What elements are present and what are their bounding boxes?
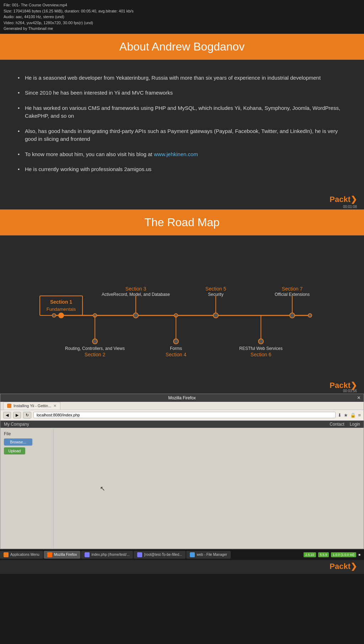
slide-about: About Andrew Bogdanov He is a seasoned w… — [0, 34, 364, 209]
svg-point-21 — [308, 314, 312, 317]
firefox-content: File Browse... Upload ↖ — [0, 428, 364, 549]
bullet-item-2: Since 2010 he has been interested in Yii… — [18, 85, 346, 101]
svg-point-27 — [173, 339, 178, 344]
menu-contact[interactable]: Contact — [330, 422, 344, 427]
toolbar-icon-1: ⬇ — [338, 413, 342, 418]
bullet-item-1: He is a seasoned web developer from Yeka… — [18, 70, 346, 86]
svg-text:Official Extensions: Official Extensions — [275, 292, 310, 297]
time-badge-3: 1.0.0 (1.0.0 4d) — [331, 552, 356, 557]
php-icon-2 — [137, 552, 142, 557]
firefox-tabs: Installing Yii - Gettin... ✕ — [0, 402, 364, 410]
bullet-list: He is a seasoned web developer from Yeka… — [18, 70, 346, 177]
blog-link[interactable]: www.jehkinen.com — [154, 151, 198, 157]
packt-logo-slide2: Packt❯ 00:03:56 — [0, 379, 364, 394]
svg-point-20 — [290, 313, 295, 318]
tab-label: Installing Yii - Gettin... — [14, 404, 51, 408]
svg-point-5 — [59, 313, 64, 318]
blog-prefix: To know more about him, you can also vis… — [25, 151, 154, 157]
file-info-line4: Video: h264, yuv420p, 1280x720, 30.00 fp… — [4, 20, 360, 26]
firefox-menubar: My Company Contact Login — [0, 421, 364, 428]
close-button[interactable]: ✕ — [357, 395, 361, 400]
firefox-window: Mozilla Firefox ✕ Installing Yii - Getti… — [0, 394, 364, 549]
bullet-item-3: He has worked on various CMS and framewo… — [18, 101, 346, 124]
packt-brand-1: Packt❯ — [330, 195, 357, 204]
toolbar-icon-2: ★ — [344, 413, 348, 418]
svg-text:Section 1: Section 1 — [50, 299, 72, 305]
bullet-item-5: To know more about him, you can also vis… — [18, 147, 346, 162]
svg-point-10 — [133, 313, 138, 318]
svg-text:Security: Security — [208, 292, 223, 297]
bottom-packt-area: Packt❯ — [0, 560, 364, 574]
taskbar-apps-menu[interactable]: Applications Menu — [0, 551, 43, 559]
packt-brand-2: Packt❯ — [330, 381, 357, 390]
taskbar-firefox[interactable]: Mozilla Firefox — [44, 551, 80, 559]
taskbar-root-label: [root@test-To-be-filled... — [144, 553, 182, 557]
packt-brand-bottom: Packt❯ — [330, 562, 357, 571]
menu-company[interactable]: My Company — [4, 422, 29, 427]
forward-button[interactable]: ▶ — [13, 412, 21, 419]
svg-text:Section 4: Section 4 — [166, 352, 187, 357]
toolbar-icon-4: ≡ — [358, 413, 361, 418]
address-bar[interactable] — [33, 412, 336, 418]
svg-text:Section 3: Section 3 — [125, 286, 146, 292]
taskbar-apps-label: Applications Menu — [10, 553, 39, 557]
screen-icon: ■ — [358, 553, 360, 557]
road-map-svg: Section 1 Fundamentals Section 3 ActiveR… — [7, 250, 357, 371]
taskbar-index[interactable]: index.php (/home/test/... — [81, 551, 133, 559]
browse-button[interactable]: Browse... — [4, 438, 32, 446]
svg-point-31 — [258, 339, 263, 344]
main-content-area: ↖ — [54, 428, 364, 549]
fm-icon — [190, 552, 195, 557]
svg-text:Forms: Forms — [170, 346, 182, 351]
tab-close-icon[interactable]: ✕ — [53, 404, 57, 408]
taskbar-firefox-label: Mozilla Firefox — [54, 553, 77, 557]
timestamp-slide1: 00:01:08 — [343, 205, 357, 209]
refresh-button[interactable]: ↻ — [23, 412, 31, 419]
firefox-title: Mozilla Firefox — [168, 395, 196, 400]
svg-point-23 — [92, 339, 97, 344]
packt-logo-slide1: Packt❯ 00:01:08 — [0, 191, 364, 209]
firefox-icon — [47, 552, 52, 557]
firefox-toolbar: ◀ ▶ ↻ ⬇ ★ 🔒 ≡ — [0, 410, 364, 421]
back-button[interactable]: ◀ — [3, 412, 11, 419]
file-upload-panel: File Browse... Upload — [0, 428, 54, 549]
svg-text:Section 5: Section 5 — [205, 286, 226, 292]
file-info-bar: File: 001- The Course Overview.mp4 Size:… — [0, 0, 364, 34]
apps-icon — [4, 552, 9, 557]
slide-roadmap: The Road Map Section 1 Fundamentals Sect… — [0, 209, 364, 394]
firefox-titlebar: Mozilla Firefox ✕ — [0, 394, 364, 402]
svg-text:Routing, Controllers, and View: Routing, Controllers, and Views — [65, 346, 125, 351]
svg-text:ActiveRecord, Model, and Datab: ActiveRecord, Model, and Database — [102, 292, 170, 297]
road-map-area: Section 1 Fundamentals Section 3 ActiveR… — [0, 235, 364, 379]
menu-login[interactable]: Login — [350, 422, 360, 427]
taskbar-root[interactable]: [root@test-To-be-filled... — [134, 551, 186, 559]
tab-favicon — [7, 404, 11, 408]
bullet-item-4: Also, has good hands in integrating thir… — [18, 124, 346, 147]
svg-point-6 — [52, 314, 56, 317]
file-info-line2: Size: 17041846 bytes (16.25 MiB), durati… — [4, 8, 360, 14]
slide-about-header: About Andrew Bogdanov — [0, 34, 364, 60]
taskbar-filemanager[interactable]: web - File Manager — [186, 551, 231, 559]
active-tab[interactable]: Installing Yii - Gettin... ✕ — [3, 402, 60, 410]
svg-point-15 — [213, 313, 218, 318]
slide-roadmap-header: The Road Map — [0, 209, 364, 235]
file-info-line5: Generated by Thumbnail me — [4, 26, 360, 32]
time-badge-2: 5.5.9 — [318, 552, 329, 557]
time-badge-1: 2.5.10 — [304, 552, 316, 557]
bullet-item-6: He is currently working with professiona… — [18, 162, 346, 177]
file-info-line1: File: 001- The Course Overview.mp4 — [4, 2, 360, 8]
timestamp-slide2: 00:03:56 — [343, 389, 357, 393]
taskbar-fm-label: web - File Manager — [197, 553, 227, 557]
slide-about-content: He is a seasoned web developer from Yeka… — [0, 60, 364, 191]
taskbar-time-area: 2.5.10 5.5.9 1.0.0 (1.0.0 4d) ■ — [304, 552, 364, 557]
file-label: File — [4, 431, 50, 436]
upload-button[interactable]: Upload — [4, 447, 25, 454]
svg-text:RESTful Web Services: RESTful Web Services — [239, 346, 283, 351]
slide-about-title: About Andrew Bogdanov — [7, 40, 357, 53]
file-info-line3: Audio: aac, 44100 Hz, stereo (und) — [4, 14, 360, 20]
mouse-cursor: ↖ — [100, 485, 105, 493]
svg-text:Section 7: Section 7 — [282, 286, 303, 292]
svg-text:Section 2: Section 2 — [85, 352, 106, 357]
php-icon-1 — [85, 552, 90, 557]
toolbar-icon-3: 🔒 — [350, 413, 356, 418]
